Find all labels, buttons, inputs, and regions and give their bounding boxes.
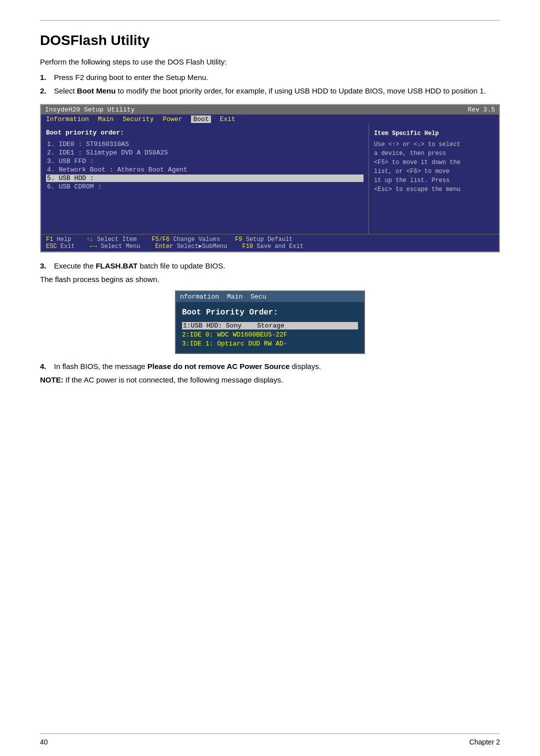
step-4-text: In flash BIOS, the message Please do not… (54, 362, 321, 370)
step-3-text: Execute the FLASH.BAT batch file to upda… (54, 262, 225, 270)
bios-boot-item-5: 6. USB CDROM : (46, 183, 364, 190)
step-2-text: Select Boot Menu to modify the boot prio… (54, 86, 486, 95)
bios-screen: InsydeH20 Setup Utility Rev 3.5 Informat… (40, 104, 500, 252)
bios-help-line-4: it up the list. Press (374, 176, 494, 185)
bios-help-line-3: list, or <F6> to move (374, 167, 494, 176)
bios-boot-item-0: 1. IDE0 : ST9160310AS (46, 140, 364, 148)
intro-text: Perform the following steps to use the D… (40, 58, 500, 66)
bios-help-line-5: <Esc> to escape the menu (374, 185, 494, 194)
footer-arrows: ←→ Select Menu (90, 243, 140, 250)
footer-f10: F10 Save and Exit (242, 243, 304, 250)
bios-boot-item-4: 5. USB HDD : (46, 174, 364, 182)
note-label: NOTE: (40, 376, 64, 384)
bios-help-line-2: <F5> to move it down the (374, 158, 494, 167)
bios-right-panel: Item Specific Help Use <↑> or <↓> to sel… (369, 124, 499, 234)
footer-f1: F1 Help (46, 236, 71, 243)
top-divider (40, 20, 500, 20)
nav-main: Main (98, 116, 114, 123)
note-text: NOTE: If the AC power is not connected, … (40, 376, 500, 384)
page-footer: 40 Chapter 2 (40, 734, 500, 746)
footer-page-number: 40 (40, 738, 48, 746)
flash-nav-main: Main (227, 293, 242, 300)
step-1-num: 1. (40, 73, 46, 82)
bios-help-line-0: Use <↑> or <↓> to select (374, 140, 494, 149)
bios-help-line-1: a device, then press (374, 149, 494, 158)
step-4-num: 4. (40, 362, 46, 370)
bios-footer-row2: ESC Exit ←→ Select Menu Enter Select►Sub… (46, 243, 494, 250)
step-2-bold: Boot Menu (77, 86, 116, 95)
bios-title-right: Rev 3.5 (468, 106, 495, 114)
bios-title-bar: InsydeH20 Setup Utility Rev 3.5 (41, 105, 499, 114)
step-3: 3. Execute the FLASH.BAT batch file to u… (40, 262, 500, 270)
bios-body: Boot priority order: 1. IDE0 : ST9160310… (41, 124, 499, 234)
flash-nav-secu: Secu (250, 293, 266, 300)
footer-esc: ESC Exit (46, 243, 75, 250)
nav-power: Power (162, 116, 182, 123)
step-3-after: batch file to update BIOS. (138, 262, 225, 270)
flash-nav-info: nformation (180, 293, 219, 300)
nav-security: Security (122, 116, 154, 123)
flash-screen: nformation Main Secu Boot Priority Order… (175, 290, 365, 354)
step-4: 4. In flash BIOS, the message Please do … (40, 362, 500, 370)
step-2: 2. Select Boot Menu to modify the boot p… (40, 86, 500, 95)
flash-boot-item-2: 3:IDE 1: Optiarc DUD RW AD- (182, 340, 358, 348)
step-1-text: Press F2 during boot to enter the Setup … (54, 73, 208, 82)
bios-title-center: InsydeH20 Setup Utility (45, 106, 134, 114)
bios-boot-item-2: 3. USB FFD : (46, 158, 364, 165)
bios-footer: F1 Help ↑↓ Select Item F5/F6 Change Valu… (41, 234, 499, 252)
nav-exit: Exit (220, 116, 236, 123)
footer-updown: ↑↓ Select Item (86, 236, 136, 243)
flash-nav: nformation Main Secu (176, 292, 364, 302)
flash-boot-item-1: 2:IDE 0: WDC WD1600BEUS-22F (182, 331, 358, 338)
bios-boot-item-1: 2. IDE1 : Slimtype DVD A DS8A2S (46, 149, 364, 156)
step-4-bold: Please do not remove AC Power Source (148, 362, 290, 370)
footer-f5f6: F5/F6 Change Values (152, 236, 220, 243)
step-2-after: to modify the boot priority order, for e… (116, 86, 486, 95)
step-4-after: displays. (290, 362, 321, 370)
nav-information: Information (46, 116, 89, 123)
bios-left-panel: Boot priority order: 1. IDE0 : ST9160310… (41, 124, 369, 234)
step-3-bold: FLASH.BAT (96, 262, 138, 270)
page-title: DOSFlash Utility (40, 32, 500, 48)
footer-chapter: Chapter 2 (470, 738, 500, 746)
flash-image-container: nformation Main Secu Boot Priority Order… (40, 290, 500, 354)
footer-enter: Enter Select►SubMenu (155, 243, 227, 250)
flash-boot-item-0: 1:USB HDD: Sony Storage (182, 322, 358, 330)
note-body: If the AC power is not connected, the fo… (64, 376, 283, 384)
flash-body: Boot Priority Order: 1:USB HDD: Sony Sto… (176, 302, 364, 353)
step-1: 1. Press F2 during boot to enter the Set… (40, 73, 500, 82)
bios-footer-row1: F1 Help ↑↓ Select Item F5/F6 Change Valu… (46, 236, 494, 243)
flash-caption: The flash process begins as shown. (40, 275, 500, 284)
bios-nav-bar: Information Main Security Power Boot Exi… (41, 114, 499, 124)
step-2-num: 2. (40, 86, 46, 95)
flash-boot-title: Boot Priority Order: (182, 308, 358, 317)
bios-boot-item-3: 4. Network Boot : Atheros Boot Agent (46, 166, 364, 174)
bios-section-label: Boot priority order: (46, 129, 364, 136)
step-3-num: 3. (40, 262, 46, 270)
bios-help-title: Item Specific Help (374, 129, 494, 138)
nav-boot: Boot (191, 116, 210, 123)
footer-f9: F9 Setup Default (235, 236, 292, 243)
